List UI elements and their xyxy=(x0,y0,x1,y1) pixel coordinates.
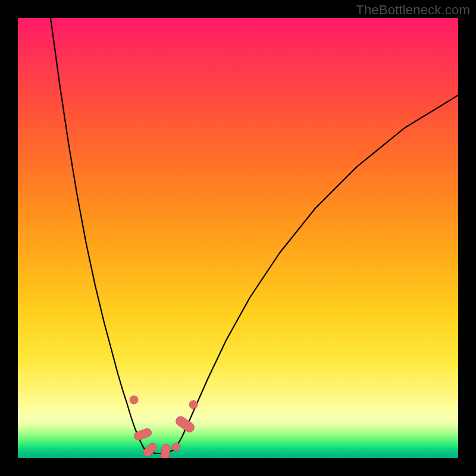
curve-left-branch xyxy=(51,18,145,450)
data-marker-2 xyxy=(142,441,158,458)
data-marker-6 xyxy=(189,400,198,409)
curve-right-branch xyxy=(174,95,458,450)
data-marker-4 xyxy=(172,443,180,451)
plot-area xyxy=(18,18,458,458)
chart-frame: TheBottleneck.com xyxy=(0,0,476,476)
watermark-text: TheBottleneck.com xyxy=(356,2,470,18)
curve-layer xyxy=(18,18,458,458)
markers-group xyxy=(130,396,198,458)
data-marker-0 xyxy=(130,396,138,404)
data-marker-3 xyxy=(160,443,171,458)
